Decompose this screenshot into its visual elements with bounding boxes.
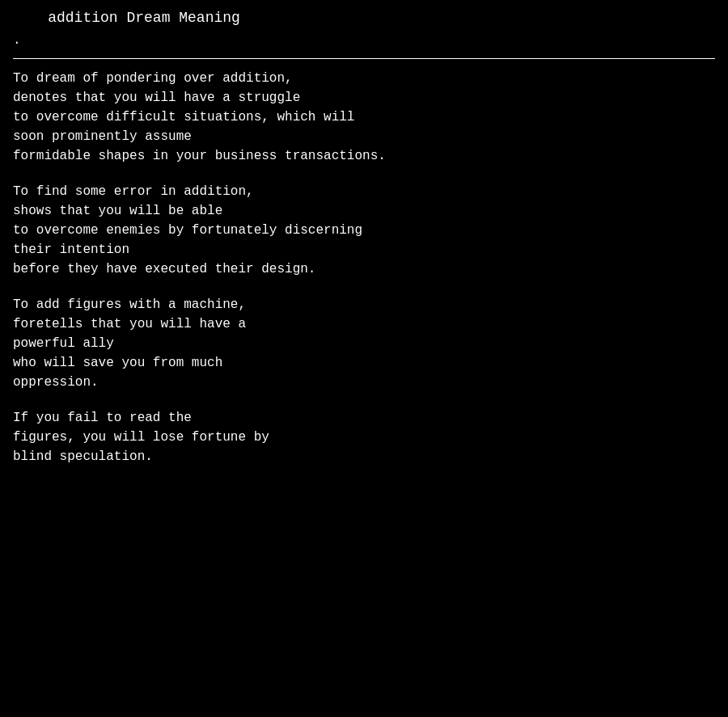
paragraph-1: To dream of pondering over addition, den… bbox=[13, 69, 715, 166]
paragraph-3: To add figures with a machine, foretells… bbox=[13, 295, 715, 392]
paragraph-2: To find some error in addition, shows th… bbox=[13, 182, 715, 279]
dot-separator: . bbox=[13, 32, 715, 49]
paragraph-4: If you fail to read the figures, you wil… bbox=[13, 408, 715, 466]
horizontal-rule bbox=[13, 58, 715, 59]
page-title: addition Dream Meaning bbox=[13, 8, 715, 28]
